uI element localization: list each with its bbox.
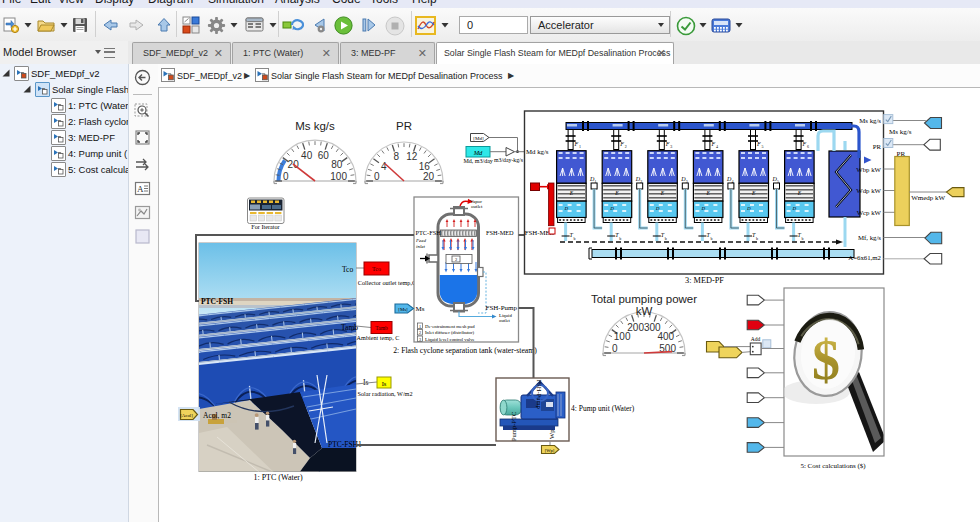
svg-text:80: 80 (331, 159, 343, 170)
svg-text:100: 100 (614, 331, 631, 342)
svg-text:E: E (797, 190, 802, 196)
svg-text:D: D (655, 206, 660, 211)
svg-text:[Md]: [Md] (473, 136, 484, 141)
svg-text:Md kg/s: Md kg/s (526, 148, 549, 155)
svg-text:Ms kg/s: Ms kg/s (889, 128, 912, 136)
svg-text:12: 12 (406, 151, 418, 162)
svg-text:PR: PR (873, 143, 882, 150)
svg-text:Pump-PTC: Pump-PTC (510, 412, 517, 441)
svg-text:1: PTC (Water): 1: PTC (Water) (253, 473, 302, 482)
svg-text:16: 16 (419, 161, 431, 172)
svg-text:[Ms]: [Ms] (398, 307, 408, 312)
svg-text:$: $ (812, 329, 840, 391)
svg-text:A=6x61,m2: A=6x61,m2 (848, 254, 881, 261)
svg-text:D: D (746, 206, 751, 211)
svg-text:Wp: Wp (548, 430, 555, 439)
svg-text:Wbp kW: Wbp kW (856, 166, 881, 173)
svg-text:b: b (710, 236, 712, 241)
svg-text:Wdp kW: Wdp kW (856, 187, 881, 194)
svg-text:b: b (802, 236, 804, 241)
svg-text:6: 6 (807, 144, 809, 149)
svg-text:3: MED-PF: 3: MED-PF (685, 276, 724, 285)
svg-text:Wmedp kW: Wmedp kW (911, 194, 945, 202)
svg-text:E: E (614, 190, 619, 196)
svg-text:Vapor: Vapor (470, 199, 482, 204)
svg-text:3: 3 (670, 144, 672, 149)
svg-text:F: F (802, 141, 807, 147)
svg-text:E: E (569, 190, 574, 196)
svg-text:2: 2 (455, 257, 457, 262)
svg-text:D: D (792, 206, 797, 211)
svg-text:3: 3 (419, 337, 421, 342)
svg-text:b: b (756, 236, 758, 241)
svg-text:2: 2 (625, 144, 627, 149)
svg-text:E: E (751, 190, 756, 196)
svg-text:Collector outlet temp,C: Collector outlet temp,C (358, 279, 416, 286)
svg-text:20: 20 (423, 171, 435, 182)
svg-text:200: 200 (627, 322, 644, 333)
svg-text:4: 4 (716, 144, 718, 149)
svg-text:4: 4 (381, 161, 387, 172)
svg-text:0: 0 (283, 171, 289, 182)
svg-text:100: 100 (330, 171, 347, 182)
svg-text:F: F (619, 141, 624, 147)
svg-text:Wcp kW: Wcp kW (857, 209, 882, 216)
svg-text:FSH-Pump: FSH-Pump (536, 380, 543, 409)
svg-text:Md: Md (473, 149, 483, 156)
svg-text:outlet: outlet (471, 204, 483, 209)
svg-text:Is: Is (382, 380, 387, 387)
svg-text:Liquid level control valve: Liquid level control valve (425, 337, 475, 342)
svg-text:Acol, m2: Acol, m2 (203, 411, 231, 420)
svg-text:1: 1 (579, 144, 581, 149)
svg-text:0: 0 (612, 343, 618, 354)
svg-text:[Acol]: [Acol] (180, 413, 193, 418)
svg-text:kW: kW (636, 305, 653, 317)
svg-text:b: b (665, 236, 667, 241)
svg-text:8: 8 (393, 151, 399, 162)
svg-text:400: 400 (657, 331, 674, 342)
svg-text:4: Pump unit (Water): 4: Pump unit (Water) (571, 404, 635, 413)
svg-text:5: Cost calculations ($): 5: Cost calculations ($) (800, 462, 866, 470)
svg-text:Tco: Tco (372, 266, 381, 272)
svg-text:2: Flash cyclone separation ta: 2: Flash cyclone separation tank (water-… (393, 346, 537, 355)
svg-text:Tamb: Tamb (341, 323, 358, 332)
svg-text:Tco: Tco (342, 265, 353, 274)
svg-text:D: D (700, 206, 705, 211)
svg-text:F: F (665, 141, 670, 147)
svg-text:Mf, kg/s: Mf, kg/s (858, 234, 881, 241)
svg-text:F: F (574, 141, 579, 147)
svg-text:[Wp]: [Wp] (545, 448, 555, 453)
svg-text:40: 40 (301, 150, 313, 161)
svg-text:5: 5 (762, 144, 764, 149)
svg-text:Inlet diffuser (distributor): Inlet diffuser (distributor) (425, 330, 475, 335)
svg-text:Add: Add (751, 336, 761, 342)
svg-text:FSH-Pump: FSH-Pump (486, 304, 518, 312)
svg-text:0: 0 (374, 171, 380, 182)
svg-text:F: F (710, 141, 715, 147)
svg-text:D: D (609, 206, 614, 211)
svg-text:Md, m3/day: Md, m3/day (464, 158, 493, 164)
svg-text:Feed: Feed (415, 238, 426, 243)
svg-text:Liquid: Liquid (499, 313, 512, 318)
svg-text:b: b (574, 236, 576, 241)
svg-text:FSH-MED: FSH-MED (486, 229, 514, 236)
svg-text:Ms: Ms (416, 305, 425, 313)
svg-text:PTC-FSH: PTC-FSH (416, 229, 442, 236)
svg-text:For Iterator: For Iterator (251, 223, 279, 230)
svg-text:D: D (564, 206, 569, 211)
svg-text:inlet: inlet (416, 244, 425, 249)
svg-text:PR: PR (396, 120, 412, 132)
svg-text:Ms kg/s: Ms kg/s (295, 120, 335, 132)
svg-text:Ms kg/s: Ms kg/s (859, 117, 881, 124)
svg-text:E: E (660, 190, 665, 196)
svg-text:Solar radiation, W/m2: Solar radiation, W/m2 (357, 390, 412, 397)
svg-text:b: b (619, 236, 621, 241)
svg-text:1: 1 (419, 324, 421, 329)
svg-text:F: F (756, 141, 761, 147)
svg-text:De-entrainment mesh pad: De-entrainment mesh pad (425, 324, 475, 329)
svg-text:outlet: outlet (499, 318, 511, 323)
svg-text:Total pumping power: Total pumping power (591, 293, 697, 305)
svg-text:Ambient temp, C: Ambient temp, C (357, 334, 400, 341)
svg-text:m3/day-kg/s: m3/day-kg/s (494, 157, 524, 163)
svg-text:2: 2 (419, 330, 421, 335)
